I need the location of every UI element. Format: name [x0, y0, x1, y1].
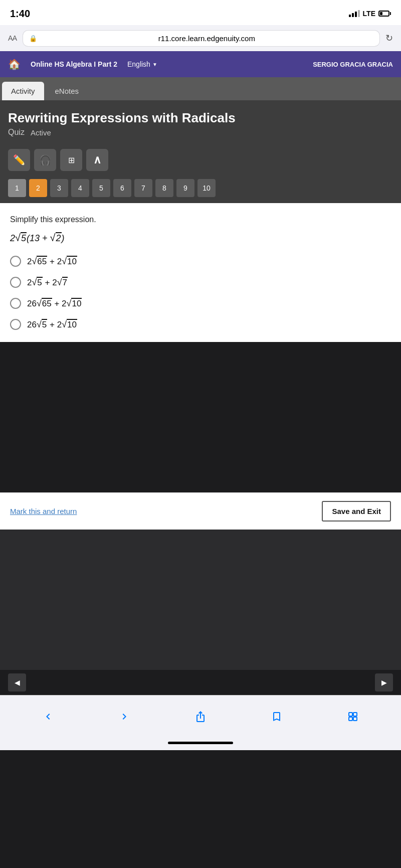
tab-enotes[interactable]: eNotes: [46, 82, 88, 100]
upload-icon: ∧: [93, 153, 101, 166]
tabs-button[interactable]: [342, 706, 364, 728]
question-area: Simplify this expression. 2√5(13 + √2) 2…: [0, 203, 401, 342]
dark-area: [0, 530, 401, 670]
page-title-section: Rewriting Expressions with Radicals Quiz…: [0, 100, 401, 145]
math-expression: 2√5(13 + √2): [10, 232, 391, 244]
calculator-icon: ⊞: [68, 155, 75, 165]
back-button[interactable]: [37, 706, 59, 728]
user-name: SERGIO GRACIA GRACIA: [313, 61, 393, 68]
refresh-icon[interactable]: ↻: [385, 33, 393, 44]
question-num-2[interactable]: 2: [29, 179, 47, 197]
headphone-button[interactable]: 🎧: [34, 149, 56, 171]
option-c[interactable]: 26√65 + 2√10: [10, 298, 391, 309]
right-arrow-icon: ▶: [381, 678, 387, 686]
battery-icon: [378, 11, 391, 17]
radio-d[interactable]: [10, 319, 21, 330]
url-bar[interactable]: 🔒 r11.core.learn.edgenuity.com: [23, 31, 379, 46]
options-list: 2√65 + 2√10 2√5 + 2√7 26√65 + 2√10 26√5 …: [10, 256, 391, 330]
share-button[interactable]: [189, 706, 212, 728]
question-num-3[interactable]: 3: [50, 179, 68, 197]
headphone-icon: 🎧: [39, 154, 52, 166]
upload-button[interactable]: ∧: [86, 149, 108, 171]
mark-return-link[interactable]: Mark this and return: [10, 507, 77, 515]
question-num-7[interactable]: 7: [134, 179, 152, 197]
scroll-arrows: ◀ ▶: [0, 670, 401, 695]
status-bar: 1:40 LTE: [0, 0, 401, 25]
status-time: 1:40: [10, 8, 30, 20]
question-num-9[interactable]: 9: [176, 179, 194, 197]
left-arrow-icon: ◀: [15, 678, 20, 686]
tabs-bar: Activity eNotes: [0, 77, 401, 100]
course-title: Online HS Algebra I Part 2: [31, 60, 117, 68]
pencil-icon: ✏️: [13, 154, 26, 166]
radio-b[interactable]: [10, 277, 21, 288]
svg-rect-1: [353, 713, 357, 716]
url-text: r11.core.learn.edgenuity.com: [40, 34, 373, 43]
nav-bar: 🏠 Online HS Algebra I Part 2 English ▼ S…: [0, 51, 401, 77]
chevron-down-icon: ▼: [152, 62, 157, 67]
save-exit-button[interactable]: Save and Exit: [322, 501, 391, 522]
svg-rect-0: [349, 713, 352, 716]
home-pill: [168, 742, 233, 744]
font-size-control[interactable]: AA: [8, 34, 17, 42]
quiz-footer: Mark this and return Save and Exit: [0, 492, 401, 530]
question-num-8[interactable]: 8: [155, 179, 173, 197]
question-num-1[interactable]: 1: [8, 179, 26, 197]
question-numbers: 1 2 3 4 5 6 7 8 9 10: [0, 175, 401, 203]
forward-button[interactable]: [113, 706, 135, 728]
lte-label: LTE: [363, 10, 375, 18]
bookmarks-button[interactable]: [266, 706, 288, 728]
tab-activity[interactable]: Activity: [2, 82, 44, 100]
scroll-right-button[interactable]: ▶: [375, 673, 393, 691]
question-num-10[interactable]: 10: [197, 179, 216, 197]
svg-rect-3: [353, 717, 357, 721]
language-selector[interactable]: English ▼: [127, 60, 157, 68]
option-a[interactable]: 2√65 + 2√10: [10, 256, 391, 267]
scroll-left-button[interactable]: ◀: [8, 673, 26, 691]
calculator-button[interactable]: ⊞: [60, 149, 82, 171]
home-icon[interactable]: 🏠: [8, 58, 21, 70]
signal-icon: [349, 10, 360, 17]
lock-icon: 🔒: [29, 35, 37, 42]
option-a-text: 2√65 + 2√10: [27, 256, 77, 267]
status-icons: LTE: [349, 10, 391, 18]
svg-rect-2: [349, 717, 352, 721]
radio-c[interactable]: [10, 298, 21, 309]
home-indicator: [0, 735, 401, 750]
option-b-text: 2√5 + 2√7: [27, 277, 68, 288]
pencil-button[interactable]: ✏️: [8, 149, 30, 171]
question-num-4[interactable]: 4: [71, 179, 89, 197]
question-instruction: Simplify this expression.: [10, 215, 391, 224]
status-badge: Active: [31, 128, 51, 137]
question-num-5[interactable]: 5: [92, 179, 110, 197]
question-num-6[interactable]: 6: [113, 179, 131, 197]
language-label: English: [127, 60, 150, 68]
radio-a[interactable]: [10, 256, 21, 267]
option-d-text: 26√5 + 2√10: [27, 319, 77, 330]
browser-bar: AA 🔒 r11.core.learn.edgenuity.com ↻: [0, 25, 401, 51]
toolbar: ✏️ 🎧 ⊞ ∧: [0, 145, 401, 175]
page-title: Rewriting Expressions with Radicals: [8, 110, 393, 126]
option-d[interactable]: 26√5 + 2√10: [10, 319, 391, 330]
option-c-text: 26√65 + 2√10: [27, 298, 82, 309]
quiz-type-label: Quiz: [8, 128, 25, 137]
option-b[interactable]: 2√5 + 2√7: [10, 277, 391, 288]
ios-bottom-bar: [0, 695, 401, 735]
